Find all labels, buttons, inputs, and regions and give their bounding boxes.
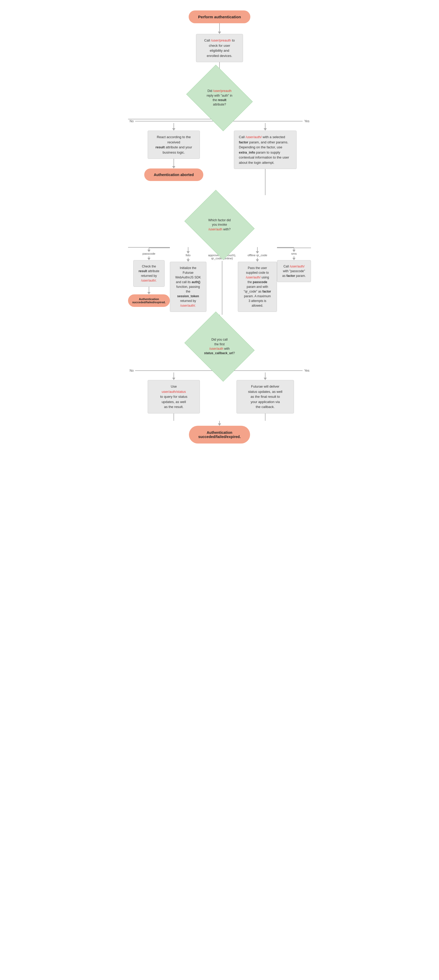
- col-passcode: passcode Check theresult attributereturn…: [128, 247, 170, 307]
- auth-success-1: Authenticationsucceded/failed/expired.: [128, 294, 170, 307]
- offline-label: offline qr_code: [247, 254, 267, 257]
- diamond-2: Which factor didyou invoke/user/auth wit…: [188, 203, 251, 247]
- arrow-1: [218, 23, 221, 34]
- yes-label-2: Yes: [304, 369, 310, 372]
- fido-rect: Initialize theFuturaeWebAuthnJS SDKand c…: [170, 262, 206, 312]
- five-branch-section: passcode Check theresult attributereturn…: [128, 247, 311, 315]
- diamond-3: Did you callthe first/user/auth withstat…: [188, 325, 251, 369]
- preauth-call-box: Call /user/preauth tocheck for usereligi…: [196, 34, 243, 62]
- start-node: Perform authentication: [189, 10, 250, 23]
- passcode-arrow: [147, 248, 150, 252]
- diamond1-split: No React according to the receivedresult…: [128, 119, 311, 195]
- col-offline: offline qr_code Pass the usersupplied co…: [238, 247, 277, 312]
- yes-branch-rect: Call /user/auth/ with a selectedfactor p…: [234, 130, 297, 169]
- fido-v: [187, 247, 190, 254]
- passcode-arrow2: [147, 256, 150, 260]
- no-branch2-rect: Useuser/auth/statusto query for statusup…: [148, 380, 200, 414]
- yes-branch-section: Yes Call /user/auth/ with a selectedfact…: [219, 119, 311, 195]
- offline-rect: Pass the usersupplied code to/user/auth/…: [238, 262, 277, 312]
- flowchart: Perform authentication Call /user/preaut…: [128, 10, 311, 454]
- col-fido: fido Initialize theFuturaeWebAuthnJS SDK…: [170, 247, 206, 312]
- diamond-1-text: Did /user/preauthreply with "auth" inthe…: [201, 89, 238, 107]
- yes-arrow-long: [265, 169, 265, 195]
- no-branch-rect: React according to the receivedresult at…: [148, 130, 200, 159]
- diamond-3-text: Did you callthe first/user/auth withstat…: [200, 337, 240, 356]
- yes-label: Yes: [304, 119, 310, 123]
- sms-label: sms: [291, 252, 297, 255]
- sms-rect: Call /user/auth/with "passcode"as factor…: [277, 260, 311, 282]
- no-branch-section: No React according to the receivedresult…: [128, 119, 219, 195]
- arrow-to-final: [218, 421, 221, 426]
- fido-label: fido: [186, 254, 191, 257]
- preauth-call-text-before: Call: [204, 38, 211, 42]
- auth-aborted-node: Authentication aborted: [144, 169, 203, 181]
- passcode-rect: Check theresult attributereturned by/use…: [133, 260, 164, 287]
- col-sms: sms Call /user/auth/with "passcode"as fa…: [277, 247, 311, 282]
- yes-branch2-section: Yes Futurae will deliverstatus updates, …: [219, 369, 311, 421]
- no-branch2-section: No Useuser/auth/statusto query for statu…: [128, 369, 219, 421]
- preauth-call-link: /user/preauth: [211, 38, 231, 42]
- no-label-2: No: [129, 369, 134, 372]
- passcode-label: passcode: [142, 252, 155, 255]
- yes-branch2-rect: Futurae will deliverstatus updates, as w…: [236, 380, 294, 414]
- no-arrow-2: [172, 159, 176, 169]
- no-label: No: [129, 119, 134, 123]
- diamond-1: Did /user/preauthreply with "auth" inthe…: [191, 77, 248, 119]
- five-branch-row: passcode Check theresult attributereturn…: [128, 247, 311, 315]
- yes-arrow: [263, 123, 267, 130]
- final-auth-node: Authenticationsucceded/failed/expired.: [189, 426, 250, 444]
- no-arrow: [172, 123, 176, 130]
- diamond-2-text: Which factor didyou invoke/user/auth wit…: [199, 218, 240, 232]
